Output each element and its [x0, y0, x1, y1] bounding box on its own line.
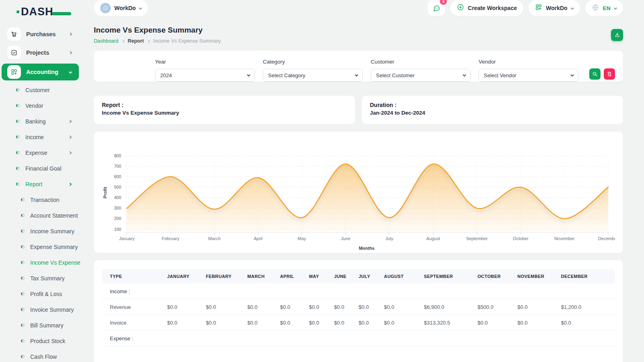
chevron-right-icon [68, 182, 72, 185]
chevron-down-icon [355, 73, 358, 76]
svg-text:January: January [119, 236, 135, 241]
vendor-field: Vendor Select Vendor [479, 59, 578, 82]
svg-text:May: May [298, 236, 306, 241]
sidebar-item-label: Cash Flow [30, 354, 57, 360]
breadcrumb-dashboard-link[interactable]: Dashboard [94, 38, 118, 44]
svg-text:300: 300 [114, 206, 121, 210]
sidebar-item-label: Product Stock [30, 338, 65, 344]
sidebar-item-accounting[interactable]: Accounting [2, 64, 79, 80]
customer-field: Customer Select Customer [371, 59, 471, 82]
sidebar-item-profit-loss[interactable]: Profit & Loss [0, 286, 80, 302]
bullet-icon [16, 119, 20, 123]
sidebar-item-income-vs-expense[interactable]: Income Vs Expense [0, 255, 80, 270]
table-row-expense: Expense : [102, 331, 615, 346]
workdo-menu-button[interactable]: WorkDo [528, 0, 580, 16]
table-column-july: JULY [359, 269, 384, 284]
vendor-select-value: Select Vendor [484, 72, 516, 78]
table-column-march: MARCH [248, 269, 280, 284]
grid-plus-icon [535, 4, 542, 12]
svg-text:December: December [598, 236, 615, 241]
create-workspace-button[interactable]: Create Workspace [450, 0, 523, 16]
chevron-right-icon [68, 135, 72, 138]
workspace-avatar [100, 3, 111, 13]
income-expense-table: TYPEJANUARYFEBRUARYMARCHAPRILMAYJUNEJULY… [102, 269, 615, 346]
bullet-icon [16, 88, 20, 92]
app-logo[interactable]: DASH [21, 6, 54, 18]
table-cell-value: $0.0 [561, 315, 615, 331]
chevron-down-icon [570, 73, 574, 76]
svg-text:April: April [254, 236, 262, 241]
bullet-icon [21, 276, 25, 280]
bullet-icon [21, 229, 25, 233]
customer-select[interactable]: Select Customer [371, 69, 471, 82]
table-cell-value: $313,320.5 [424, 315, 477, 331]
vendor-label: Vendor [479, 59, 578, 65]
sidebar-item-report[interactable]: Report [0, 176, 80, 192]
sidebar-item-purchases[interactable]: Purchases [0, 25, 80, 43]
svg-text:Profit: Profit [103, 187, 107, 198]
year-select-value: 2024 [160, 72, 172, 78]
sidebar-item-projects[interactable]: Projects [0, 43, 80, 62]
sidebar-item-label: Expense Summary [30, 244, 78, 250]
reset-filter-button[interactable] [604, 68, 615, 80]
breadcrumb-report-link[interactable]: Report [128, 38, 144, 44]
category-select[interactable]: Select Category [263, 69, 363, 82]
workspace-switcher[interactable]: WorkDo [94, 0, 148, 16]
sidebar-item-label: Income [25, 134, 44, 140]
sidebar-item-label: Report [25, 181, 42, 187]
svg-text:November: November [554, 236, 575, 241]
table-column-type: TYPE [102, 269, 167, 284]
sidebar-item-tax-summary[interactable]: Tax Summary [0, 270, 80, 286]
sidebar-item-transaction[interactable]: Transaction [0, 192, 80, 208]
filter-card: Year 2024 Category Select Category Custo… [94, 51, 623, 82]
download-report-button[interactable] [611, 29, 623, 41]
svg-text:600: 600 [114, 174, 121, 179]
sidebar-item-expense-summary[interactable]: Expense Summary [0, 239, 80, 255]
year-field: Year 2024 [155, 59, 255, 82]
year-select[interactable]: 2024 [155, 69, 255, 82]
chevron-right-icon [69, 51, 72, 54]
language-selector[interactable]: EN [585, 0, 623, 16]
messages-button[interactable]: 0 [427, 0, 445, 16]
sidebar-item-label: Income Summary [30, 228, 74, 234]
sidebar-item-label: Expense [25, 150, 47, 156]
sidebar-item-label: Invoice Summary [30, 306, 74, 313]
vendor-select[interactable]: Select Vendor [479, 69, 578, 82]
table-cell-value: $0.0 [280, 315, 309, 331]
filter-form: Year 2024 Category Select Category Custo… [155, 59, 578, 82]
sidebar-item-financial-goal[interactable]: Financial Goal [0, 160, 80, 176]
year-label: Year [155, 59, 255, 65]
sidebar-item-cash-flow[interactable]: Cash Flow [0, 349, 80, 362]
sidebar-item-product-stock[interactable]: Product Stock [0, 333, 80, 349]
summary-cards-row: Report : Income Vs Expense Summary Durat… [94, 96, 623, 124]
table-cell-value: $0.0 [359, 299, 384, 315]
report-summary-card: Report : Income Vs Expense Summary [94, 96, 355, 124]
sidebar-item-banking[interactable]: Banking [0, 113, 80, 129]
sidebar-item-invoice-summary[interactable]: Invoice Summary [0, 302, 80, 317]
table-cell-value: $0.0 [309, 315, 334, 331]
bullet-icon [21, 323, 25, 327]
table-section-label: Income : [102, 284, 615, 299]
table-row-label: Invoice [102, 315, 167, 331]
plus-circle-icon [457, 4, 464, 12]
table-column-june: JUNE [334, 269, 359, 284]
sidebar-item-expense[interactable]: Expense [0, 145, 80, 160]
table-cell-value: $500.0 [477, 299, 517, 315]
apply-filter-button[interactable] [589, 68, 601, 80]
sidebar-item-vendor[interactable]: Vendor [0, 98, 80, 113]
table-column-january: JANUARY [167, 269, 206, 284]
breadcrumb-current: Income Vs Expense Summary [153, 38, 221, 44]
sidebar-item-bill-summary[interactable]: Bill Summary [0, 317, 80, 333]
globe-icon [592, 4, 599, 13]
table-section-label: Expense : [102, 331, 615, 346]
table-cell-value: $0.0 [167, 315, 206, 331]
income-expense-table-card: TYPEJANUARYFEBRUARYMARCHAPRILMAYJUNEJULY… [94, 260, 623, 362]
app-root: DASH PurchasesProjectsAccountingCustomer… [0, 0, 644, 362]
sidebar-item-account-statement[interactable]: Account Statement [0, 208, 80, 223]
sidebar-item-income-summary[interactable]: Income Summary [0, 223, 80, 239]
profit-area-chart: 100200300400500600700800JanuaryFebruaryM… [102, 139, 615, 252]
topbar: WorkDo 0 Create Workspace [94, 0, 623, 16]
sidebar-item-customer[interactable]: Customer [0, 82, 80, 98]
sidebar-item-income[interactable]: Income [0, 129, 80, 145]
table-column-february: FEBRUARY [206, 269, 247, 284]
